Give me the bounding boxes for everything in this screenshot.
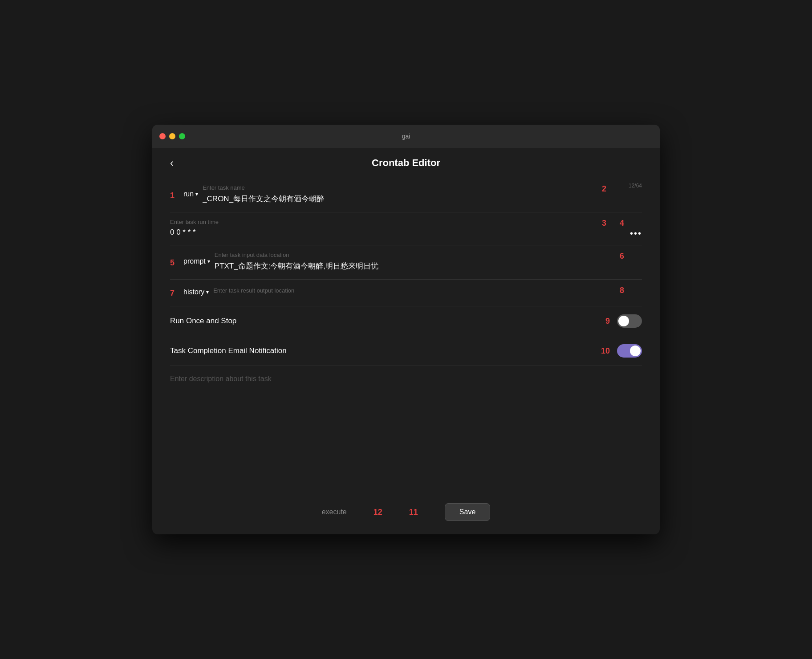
task-input-data-area[interactable]: Enter task input data location PTXT_命题作文… [215,252,642,271]
task-name-placeholder: Enter task name [203,184,642,191]
field-num-6: 6 [620,252,624,261]
task-output-row: 7 history ▾ Enter task result output loc… [170,280,642,306]
prompt-dropdown-label: prompt [183,257,206,265]
run-once-toggle[interactable] [617,314,642,328]
run-once-label: Run Once and Stop [170,317,605,325]
task-run-time-row: Enter task run time 0 0 * * * 3 4 ••• [170,212,642,245]
description-row[interactable]: Enter description about this task [170,366,642,392]
field-num-9: 9 [605,317,610,326]
content-area: ‹ Crontab Editor 1 run ▾ Enter task name… [152,148,660,534]
task-input-placeholder: Enter task input data location [215,252,642,258]
footer: execute 12 11 Save [152,490,660,534]
fullscreen-button[interactable] [179,133,185,139]
task-input-row: 5 prompt ▾ Enter task input data locatio… [170,245,642,280]
field-num-8: 8 [620,286,624,295]
field-num-5: 5 [170,256,179,268]
field-num-12: 12 [374,508,382,517]
task-name-row: 1 run ▾ Enter task name _CRON_每日作文之今朝有酒今… [170,178,642,212]
titlebar: gai [152,125,660,148]
run-once-row: Run Once and Stop 9 [170,306,642,336]
history-dropdown-arrow-icon: ▾ [206,289,209,295]
app-window: gai ‹ Crontab Editor 1 run ▾ Enter task … [152,125,660,534]
field-num-3: 3 [602,219,606,228]
minimize-button[interactable] [169,133,175,139]
field-num-7: 7 [170,286,179,298]
field-num-1: 1 [170,188,179,200]
page-title: Crontab Editor [372,157,440,169]
execute-label: execute [322,508,347,516]
run-once-slider [617,314,642,328]
dots-menu-button[interactable]: ••• [630,228,642,239]
email-notif-slider [617,344,642,358]
char-count: 12/64 [629,183,642,189]
window-title: gai [402,133,410,140]
save-button[interactable]: Save [445,503,490,521]
task-output-placeholder: Enter task result output location [213,287,642,294]
field-num-10: 10 [601,346,610,356]
prompt-dropdown-arrow-icon: ▾ [207,258,210,264]
task-input-value: PTXT_命题作文:今朝有酒今朝醉,明日愁来明日忧 [215,261,642,271]
close-button[interactable] [159,133,166,139]
task-name-value: _CRON_每日作文之今朝有酒今朝醉 [203,194,642,204]
history-dropdown-button[interactable]: history ▾ [183,288,209,296]
back-button[interactable]: ‹ [170,157,174,169]
email-notif-label: Task Completion Email Notification [170,346,601,355]
run-dropdown-arrow-icon: ▾ [195,191,198,197]
task-name-input-area[interactable]: Enter task name _CRON_每日作文之今朝有酒今朝醉 [203,184,642,204]
form-area: 1 run ▾ Enter task name _CRON_每日作文之今朝有酒今… [152,178,660,490]
email-notif-row: Task Completion Email Notification 10 [170,336,642,366]
task-run-time-placeholder: Enter task run time [170,219,642,225]
task-run-time-value: 0 0 * * * [170,228,642,237]
history-dropdown-label: history [183,288,204,296]
description-placeholder: Enter description about this task [170,375,272,382]
field-num-4: 4 [620,219,624,228]
email-notif-toggle[interactable] [617,344,642,358]
page-header: ‹ Crontab Editor [152,148,660,178]
task-run-time-input-area[interactable]: Enter task run time 0 0 * * * [170,219,642,237]
run-dropdown-button[interactable]: run ▾ [183,190,198,198]
field-num-11: 11 [409,508,418,517]
traffic-lights [159,133,185,139]
run-dropdown-label: run [183,190,194,198]
task-output-area[interactable]: Enter task result output location [213,287,642,297]
field-num-2: 2 [602,184,606,194]
prompt-dropdown-button[interactable]: prompt ▾ [183,257,210,265]
